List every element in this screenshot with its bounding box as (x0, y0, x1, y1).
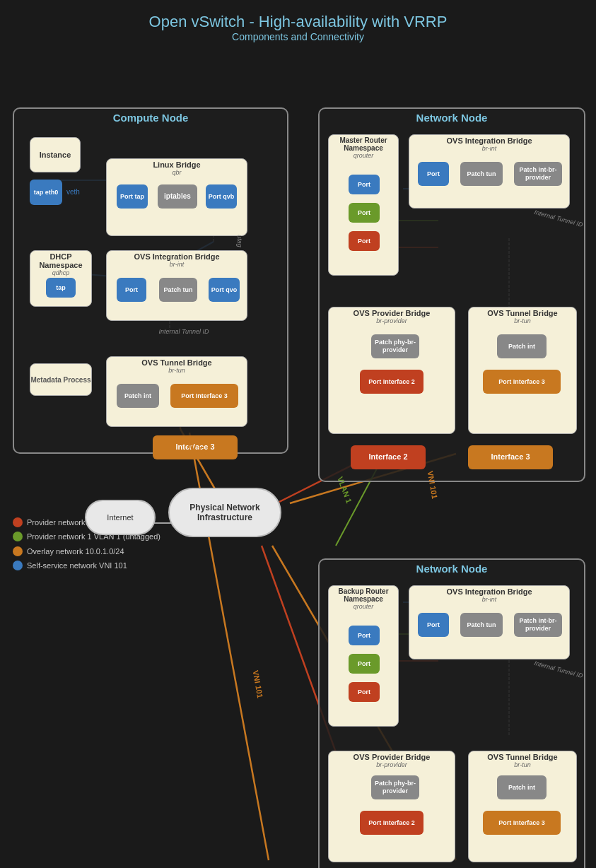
dhcp-sub: qdhcp (30, 269, 91, 276)
instance-box: Instance (30, 137, 81, 172)
backup-router-title: Backup Router Namespace (329, 586, 398, 603)
ovs-int-title: OVS Integration Bridge (107, 251, 247, 261)
tap-eth0-btn: tap eth0 (30, 180, 62, 205)
port-mr2-btn: Port (349, 203, 380, 223)
patch-int-btn: Patch int (117, 384, 159, 408)
patch-int2-top-btn: Patch int (497, 334, 547, 358)
interface3-top-btn: Interface 3 (468, 445, 553, 469)
patch-tun-bot-btn: Patch tun (460, 613, 503, 637)
legend-overlay: Overlay network 10.0.1.0/24 (13, 546, 160, 556)
ovs-int-bot-title: OVS Integration Bridge (409, 586, 569, 596)
metadata-label: Metadata Process (30, 376, 90, 384)
metadata-box: Metadata Process (30, 363, 92, 396)
port-iface3b-bot-btn: Port Interface 3 (483, 811, 561, 835)
port-mr1-btn: Port (349, 175, 380, 194)
port-br1-btn: Port (349, 626, 380, 645)
legend-dot-red (13, 517, 23, 527)
backup-router-sub: qrouter (329, 603, 398, 610)
legend-dot-green (13, 532, 23, 541)
legend-self-service: Self-service network VNI 101 (13, 561, 160, 570)
patch-pbp-top-btn: Patch phy-br-provider (371, 334, 419, 358)
legend-overlay-text: Overlay network 10.0.1.0/24 (27, 546, 124, 556)
network-node-bottom-title: Network Node (320, 560, 584, 576)
compute-node-title: Compute Node (14, 109, 287, 125)
ovs-provider-bot-title: OVS Provider Bridge (329, 751, 455, 761)
port-int-bot-btn: Port (418, 613, 449, 637)
patch-int2-bot-btn: Patch int (497, 775, 547, 799)
dhcp-ns-box: DHCP Namespace qdhcp tap (30, 250, 92, 307)
port-qvb-btn: Port qvb (206, 184, 237, 209)
ovs-tun-title: OVS Tunnel Bridge (107, 357, 247, 367)
legend-dot-orange (13, 546, 23, 556)
vni101-label-bot: VNI 101 (252, 669, 265, 698)
ovs-int-box: OVS Integration Bridge br-int Port Patch… (106, 250, 247, 321)
internal-tunnel-compute: Internal Tunnel ID (156, 328, 212, 335)
ovs-int-bot-sub: br-int (409, 596, 569, 603)
ovs-provider-bot-box: OVS Provider Bridge br-provider Patch ph… (328, 751, 455, 862)
port-iface2-top-btn: Port Interface 2 (360, 370, 423, 394)
utag-label: utag (236, 235, 243, 247)
ovs-int-top-title: OVS Integration Bridge (409, 135, 569, 145)
port-iface3b-top-btn: Port Interface 3 (483, 370, 561, 394)
ovs-provider-top-title: OVS Provider Bridge (329, 307, 455, 317)
ovs-tun-bot-sub: br-tun (469, 761, 576, 768)
veth-label: veth (66, 188, 80, 196)
port-ovs-btn: Port (117, 278, 146, 302)
page-title: Open vSwitch - High-availability with VR… (0, 0, 596, 31)
patch-ibp-bot-btn: Patch int-br-provider (514, 613, 562, 637)
ovs-provider-top-sub: br-provider (329, 317, 455, 324)
port-br3-btn: Port (349, 682, 380, 702)
ovs-provider-top-box: OVS Provider Bridge br-provider Patch ph… (328, 307, 455, 434)
patch-tun-btn: Patch tun (159, 278, 197, 302)
internet-box: Internet (85, 500, 156, 535)
network-node-top-box: Network Node Master Router Namespace qro… (318, 107, 585, 482)
ovs-tun-top-box: OVS Tunnel Bridge br-tun Patch int Port … (468, 307, 577, 434)
network-node-top-title: Network Node (320, 109, 584, 125)
dhcp-ns-title: DHCP Namespace (30, 251, 91, 269)
port-br2-btn: Port (349, 654, 380, 674)
linux-bridge-title: Linux Bridge (107, 159, 247, 169)
ovs-int-top-box: OVS Integration Bridge br-int Port Patch… (409, 134, 570, 209)
physical-network-box: Physical Network Infrastructure (168, 488, 281, 537)
linux-bridge-box: Linux Bridge qbr Port tap iptables Port … (106, 158, 247, 236)
backup-router-box: Backup Router Namespace qrouter Port Por… (328, 585, 399, 727)
ovs-tun-box: OVS Tunnel Bridge br-tun Patch int Port … (106, 356, 247, 427)
internet-label: Internet (107, 513, 133, 522)
ovs-int-sub: br-int (107, 261, 247, 268)
port-mr3-btn: Port (349, 231, 380, 251)
internal-tunnel-top: Internal Tunnel ID (530, 208, 587, 229)
page-subtitle: Components and Connectivity (0, 31, 596, 42)
patch-ibp-top-btn: Patch int-br-provider (514, 162, 562, 186)
ovs-int-top-sub: br-int (409, 145, 569, 152)
port-tap-btn: Port tap (117, 184, 148, 209)
master-router-title: Master Router Namespace (329, 135, 398, 152)
ovs-tun-sub: br-tun (107, 367, 247, 374)
master-router-box: Master Router Namespace qrouter Port Por… (328, 134, 399, 276)
port-iface3-btn: Port Interface 3 (170, 384, 238, 408)
legend-self-service-text: Self-service network VNI 101 (27, 561, 127, 570)
iptables-btn: iptables (158, 184, 197, 209)
interface2-top-btn: Interface 2 (351, 445, 426, 469)
ovs-int-bot-box: OVS Integration Bridge br-int Port Patch… (409, 585, 570, 659)
instance-label: Instance (40, 151, 71, 159)
ovs-tun-bot-title: OVS Tunnel Bridge (469, 751, 576, 761)
network-node-bottom-box: Network Node Backup Router Namespace qro… (318, 558, 585, 868)
physical-network-label: Physical Network Infrastructure (170, 503, 280, 522)
port-qvo-btn: Port qvo (209, 278, 240, 302)
compute-node-box: Compute Node Instance tap eth0 veth Linu… (13, 107, 288, 454)
legend-dot-blue (13, 561, 23, 570)
patch-pbp-bot-btn: Patch phy-br-provider (371, 775, 419, 799)
ovs-tun-top-sub: br-tun (469, 317, 576, 324)
ovs-provider-bot-sub: br-provider (329, 761, 455, 768)
ovs-tun-bot-box: OVS Tunnel Bridge br-tun Patch int Port … (468, 751, 577, 862)
linux-bridge-sub: qbr (107, 169, 247, 176)
port-iface2-bot-btn: Port Interface 2 (360, 811, 423, 835)
patch-tun-top-btn: Patch tun (460, 162, 503, 186)
ovs-tun-top-title: OVS Tunnel Bridge (469, 307, 576, 317)
port-int-top-btn: Port (418, 162, 449, 186)
master-router-sub: qrouter (329, 152, 398, 159)
internal-tunnel-bot: Internal Tunnel ID (530, 659, 587, 680)
tap-dhcp-btn: tap (46, 278, 76, 298)
